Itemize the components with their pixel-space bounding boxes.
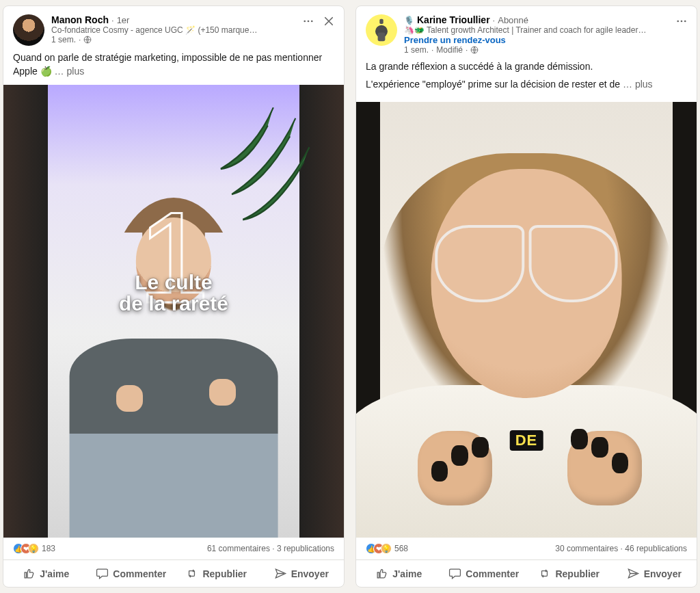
more-options-icon[interactable] bbox=[301, 14, 315, 28]
author-name[interactable]: Karine Trioullier bbox=[417, 14, 490, 25]
separator: · bbox=[79, 35, 81, 44]
svg-point-3 bbox=[311, 21, 313, 23]
mic-emoji-icon: 🎙️ bbox=[404, 16, 414, 25]
svg-point-2 bbox=[308, 21, 310, 23]
see-more-button[interactable]: … plus bbox=[623, 79, 653, 90]
send-button[interactable]: Envoyer bbox=[259, 560, 345, 587]
separator: · bbox=[272, 544, 277, 553]
reaction-icons: 👍 ❤ 💡 bbox=[366, 543, 392, 554]
comment-button[interactable]: Commenter bbox=[89, 560, 174, 587]
author-subtitle: 🦄🐲 Talent growth Architect | Trainer and… bbox=[404, 25, 668, 35]
separator: · bbox=[466, 45, 468, 55]
repost-icon bbox=[538, 567, 551, 580]
svg-point-8 bbox=[677, 21, 679, 23]
video-frame: DE bbox=[356, 102, 697, 538]
video-caption-word: DE bbox=[510, 430, 543, 451]
reactions-count: 183 bbox=[42, 544, 55, 553]
post-meta: 1 sem. · Modifié · bbox=[404, 45, 668, 55]
separator: · bbox=[111, 15, 114, 25]
idea-reaction-icon: 💡 bbox=[28, 543, 39, 554]
avatar[interactable] bbox=[13, 14, 44, 46]
reposts-count[interactable]: 3 republications bbox=[277, 544, 334, 553]
social-proof-bar: 👍 ❤ 💡 568 30 commentaires · 46 republica… bbox=[356, 538, 697, 559]
repost-icon bbox=[185, 567, 198, 580]
idea-reaction-icon: 💡 bbox=[381, 543, 392, 554]
post-age: 1 sem. bbox=[404, 45, 429, 55]
thumbs-up-icon bbox=[23, 567, 36, 580]
post-header: Manon Roch · 1er Co-fondatrice Cosmy - a… bbox=[3, 6, 344, 49]
separator: · bbox=[493, 15, 496, 25]
actions-bar: J'aime Commenter Republier Envoyer bbox=[356, 559, 697, 587]
send-icon bbox=[627, 567, 640, 580]
video-frame: 1 Le culte de la rareté bbox=[48, 85, 300, 538]
actions-bar: J'aime Commenter Republier Envoyer bbox=[3, 559, 344, 587]
person-illustration bbox=[356, 137, 697, 538]
person-illustration bbox=[63, 198, 284, 533]
follow-status: Abonné bbox=[498, 15, 528, 25]
video-player[interactable]: 1 Le culte de la rareté bbox=[3, 85, 344, 538]
reaction-icons: 👍 ❤ 💡 bbox=[13, 543, 39, 554]
reposts-count[interactable]: 46 republications bbox=[625, 544, 687, 553]
send-button[interactable]: Envoyer bbox=[612, 560, 697, 587]
video-blur-left bbox=[3, 85, 51, 538]
comments-count[interactable]: 61 commentaires bbox=[207, 544, 270, 553]
globe-icon bbox=[470, 46, 479, 54]
author-block: 🎙️ Karine Trioullier · Abonné 🦄🐲 Talent … bbox=[404, 14, 668, 55]
svg-point-9 bbox=[681, 21, 683, 23]
connection-degree: 1er bbox=[117, 15, 130, 25]
post-card: Manon Roch · 1er Co-fondatrice Cosmy - a… bbox=[3, 5, 345, 588]
comment-icon bbox=[448, 567, 461, 580]
more-options-icon[interactable] bbox=[675, 14, 688, 28]
edited-label: Modifié bbox=[436, 45, 463, 55]
close-icon[interactable] bbox=[322, 14, 336, 28]
comment-icon bbox=[96, 567, 109, 580]
repost-button[interactable]: Republier bbox=[174, 560, 259, 587]
post-meta: 1 sem. · bbox=[51, 35, 295, 44]
author-block: Manon Roch · 1er Co-fondatrice Cosmy - a… bbox=[51, 14, 295, 44]
author-name[interactable]: Manon Roch bbox=[51, 14, 109, 25]
glasses-icon bbox=[431, 225, 622, 297]
send-icon bbox=[274, 567, 287, 580]
svg-rect-6 bbox=[378, 33, 386, 42]
post-header: 🎙️ Karine Trioullier · Abonné 🦄🐲 Talent … bbox=[356, 6, 697, 57]
separator: · bbox=[431, 45, 433, 55]
reactions-count: 568 bbox=[394, 544, 408, 553]
thumbs-up-icon bbox=[375, 567, 388, 580]
book-appointment-link[interactable]: Prendre un rendez-vous bbox=[404, 35, 668, 45]
reactions-summary[interactable]: 👍 ❤ 💡 568 bbox=[366, 543, 408, 554]
see-more-button[interactable]: … plus bbox=[55, 66, 85, 77]
author-subtitle: Co-fondatrice Cosmy - agence UGC 🪄 (+150… bbox=[51, 25, 295, 35]
globe-icon bbox=[83, 36, 92, 44]
avatar[interactable] bbox=[366, 14, 397, 46]
social-proof-bar: 👍 ❤ 💡 183 61 commentaires · 3 republicat… bbox=[3, 538, 344, 559]
svg-point-1 bbox=[304, 21, 306, 23]
video-blur-right bbox=[296, 85, 344, 538]
like-button[interactable]: J'aime bbox=[3, 560, 89, 587]
like-button[interactable]: J'aime bbox=[356, 560, 442, 587]
video-player[interactable]: DE bbox=[356, 102, 697, 538]
post-body-text: La grande réflexion a succédé à la grand… bbox=[356, 57, 697, 102]
post-body-text: Quand on parle de stratégie marketing, i… bbox=[3, 49, 344, 85]
comments-count[interactable]: 30 commentaires bbox=[555, 544, 618, 553]
comment-button[interactable]: Commenter bbox=[442, 560, 527, 587]
repost-button[interactable]: Republier bbox=[526, 560, 612, 587]
post-card: 🎙️ Karine Trioullier · Abonné 🦄🐲 Talent … bbox=[355, 5, 697, 588]
reactions-summary[interactable]: 👍 ❤ 💡 183 bbox=[13, 543, 55, 554]
svg-rect-4 bbox=[379, 19, 383, 24]
post-age: 1 sem. bbox=[51, 35, 76, 44]
svg-point-10 bbox=[684, 21, 686, 23]
